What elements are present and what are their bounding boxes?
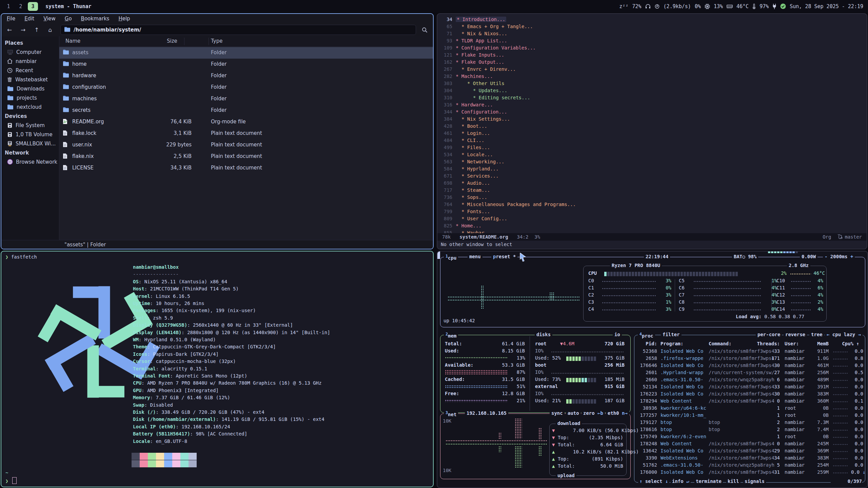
sidebar-item-wastebasket[interactable]: Wastebasket [1, 75, 59, 84]
org-heading-text[interactable]: * TLDR App List... [456, 38, 507, 43]
org-heading-line[interactable]: 671* Services... [437, 173, 867, 180]
org-heading-line[interactable]: 267* Envrc + Direnv... [437, 66, 867, 74]
sidebar-item-recent[interactable]: Recent [1, 66, 59, 75]
process-row[interactable]: 2601.Hyprland-wrapp/run/current-system/s… [635, 370, 863, 377]
process-row[interactable]: 179127btopbtop2nambiar7.3M0.0 [635, 420, 863, 427]
process-row[interactable]: 178294Web Content/nix/store/sm8fmrf3wps4… [635, 398, 863, 405]
org-heading-line[interactable]: 799* Fonts... [437, 209, 867, 216]
proc-option-reverse[interactable]: reverse [784, 332, 807, 337]
process-row[interactable]: 2658.firefox-wrappe/nix/store/sm8fmrf3wp… [635, 355, 863, 363]
proc-footer-1[interactable]: info ↵ [671, 479, 691, 486]
net-box-title[interactable]: 3net [444, 410, 458, 417]
process-row[interactable]: 51762.emacs-31.0.50-/nix/store/wnqz5pa8r… [635, 462, 863, 469]
org-heading-text[interactable]: * Envrc + Direnv... [461, 66, 516, 72]
org-heading-text[interactable]: * Configuration... [456, 109, 507, 115]
proc-option-per-core[interactable]: per-core [756, 332, 782, 337]
shell-prompt-2[interactable]: ❯ [5, 477, 17, 484]
org-heading-line[interactable]: 310* Editing secrets... [437, 95, 867, 102]
proc-footer-4[interactable]: signals [743, 479, 766, 486]
process-row[interactable]: 38936kworker/u64:6-kc1root0B0.0 [635, 405, 863, 412]
file-row-flake-lock[interactable]: flake.lock3,1 KiBPlain text document [59, 128, 433, 139]
org-heading-text[interactable]: * Configuration Variables... [456, 45, 536, 50]
sidebar-item-browse-network[interactable]: Browse Network [1, 157, 59, 166]
file-row-home[interactable]: homeFolder [59, 59, 433, 70]
org-heading-text[interactable]: * Files... [461, 145, 490, 150]
org-heading-line[interactable]: 316* Hardware... [437, 102, 867, 109]
sidebar-item-nambiar[interactable]: nambiar [1, 57, 59, 66]
process-row[interactable]: 178248Web Content/nix/store/sm8fmrf3wps4… [635, 441, 863, 448]
org-heading-line[interactable]: 65* Emacs + Org + Tangle... [437, 24, 867, 31]
file-row-user-nix[interactable]: user.nix229 bytesPlain text document [59, 139, 433, 151]
up-button[interactable]: ↑ [31, 25, 42, 35]
workspace-button-3[interactable]: 3 [28, 2, 38, 11]
net-control-n[interactable]: n→ [620, 410, 629, 416]
buffer-name[interactable]: system/README.org [459, 234, 508, 240]
org-heading-text[interactable]: * Services... [461, 173, 499, 179]
proc-footer-3[interactable]: kill [726, 479, 741, 486]
proc-footer-2[interactable]: terminate [694, 479, 723, 486]
net-control-sync[interactable]: sync [550, 410, 565, 416]
org-heading-line[interactable]: 809* User Config... [437, 216, 867, 223]
org-heading-text[interactable]: * Nix & Nixos... [461, 31, 507, 36]
org-heading-text[interactable]: * Hyprland... [461, 166, 499, 171]
org-heading-text[interactable]: * Flake Inputs... [456, 52, 504, 58]
proc-sort-selector[interactable]: ← cpu lazy → [825, 332, 863, 337]
menu-bookmarks[interactable]: Bookmarks [81, 16, 110, 22]
org-heading-line[interactable]: 764* Miscellaneous Packages and Programs… [437, 202, 867, 209]
cpu-box-title[interactable]: 1cpu [444, 254, 458, 261]
menu-file[interactable]: File [7, 16, 15, 22]
org-heading-line[interactable]: 428* Boot... [437, 123, 867, 130]
disks-io-toggle[interactable]: io [613, 332, 622, 337]
org-heading-line[interactable]: 93* TLDR App List... [437, 38, 867, 45]
home-button[interactable]: ⌂ [45, 25, 56, 35]
process-row[interactable]: 176646Isolated Web Co/nix/store/sm8fmrf3… [635, 363, 863, 370]
process-row[interactable]: 52368Isolated Web Co/nix/store/sm8fmrf3w… [635, 348, 863, 355]
org-heading-text[interactable]: * Flake Output... [456, 59, 504, 65]
org-heading-line[interactable]: 499* Files... [437, 145, 867, 152]
org-heading-text[interactable]: * Other Utils [467, 81, 505, 86]
org-heading-text[interactable]: * Emacs + Org + Tangle... [461, 24, 533, 29]
file-row-configuration[interactable]: configurationFolder [59, 82, 433, 93]
process-row[interactable]: 176223Isolated Web Co/nix/store/sm8fmrf3… [635, 391, 863, 398]
org-heading-line[interactable]: 121* Flake Inputs... [437, 52, 867, 59]
org-heading-text[interactable]: * Home... [456, 223, 481, 228]
org-heading-text[interactable]: * Nix Settings... [461, 116, 510, 122]
proc-option-tree[interactable]: tree [809, 332, 824, 337]
net-control-eth0[interactable]: eth0 [606, 410, 621, 416]
org-heading-line[interactable]: 109* Configuration Variables... [437, 45, 867, 52]
org-heading-line[interactable]: 303* Other Utils [437, 81, 867, 88]
sidebar-item-smallbox-wi-[interactable]: SMALLBOX Wi... [1, 139, 59, 148]
file-row-readme-org[interactable]: README.org76,4 KiBOrg-mode file [59, 116, 433, 128]
sidebar-item-downloads[interactable]: Downloads [1, 84, 59, 93]
org-heading-line[interactable]: 717* Steam... [437, 187, 867, 195]
org-heading-line[interactable]: 304* Updates... [437, 88, 867, 95]
update-interval[interactable]: - 2000ms + [823, 254, 855, 259]
process-row[interactable]: 176000Isolated Web Co/nix/store/sm8fmrf3… [635, 469, 863, 476]
org-heading-line[interactable]: 484* CLI... [437, 138, 867, 145]
org-heading-line[interactable]: 461* Login... [437, 130, 867, 138]
org-heading-text[interactable]: * User Config... [461, 216, 507, 221]
process-row[interactable]: 2660.emacs-31.0.50-/nix/store/wnqz5pa8ra… [635, 377, 863, 384]
sidebar-item-nextcloud[interactable]: nextcloud [1, 102, 59, 111]
workspace-button-1[interactable]: 1 [3, 2, 14, 11]
cpu-menu-button[interactable]: menu [468, 254, 482, 259]
sidebar-item-projects[interactable]: projects [1, 93, 59, 102]
process-row[interactable]: 175749kworker/6:2-even1root0B0.0 [635, 434, 863, 441]
org-heading-text[interactable]: * Audio... [461, 180, 490, 186]
org-heading-text[interactable]: * Miscellaneous Packages and Programs... [461, 202, 576, 207]
org-heading-text[interactable]: * Boot... [461, 123, 487, 129]
org-heading-line[interactable]: 584* Hyprland... [437, 166, 867, 173]
major-mode[interactable]: Org [823, 234, 831, 240]
org-heading-text[interactable]: * Hardware... [456, 102, 493, 107]
org-heading-line[interactable]: 344* Configuration... [437, 109, 867, 116]
search-button[interactable] [419, 25, 430, 35]
path-bar[interactable]: /home/nambiar/system/ [60, 25, 416, 35]
mem-box-title[interactable]: 2mem [444, 332, 458, 339]
proc-filter-button[interactable]: filter [661, 332, 682, 337]
process-row[interactable]: 3390WebExtensions/nix/store/sm8fmrf3wps4… [635, 455, 863, 462]
process-row[interactable]: 52134Isolated Web Co/nix/store/sm8fmrf3w… [635, 384, 863, 391]
column-header-name[interactable]: Name [65, 38, 80, 44]
org-heading-line[interactable]: 384* Nix Settings... [437, 116, 867, 123]
org-heading-text[interactable]: * Steam... [461, 187, 490, 193]
column-header-type[interactable]: Type [211, 38, 222, 44]
